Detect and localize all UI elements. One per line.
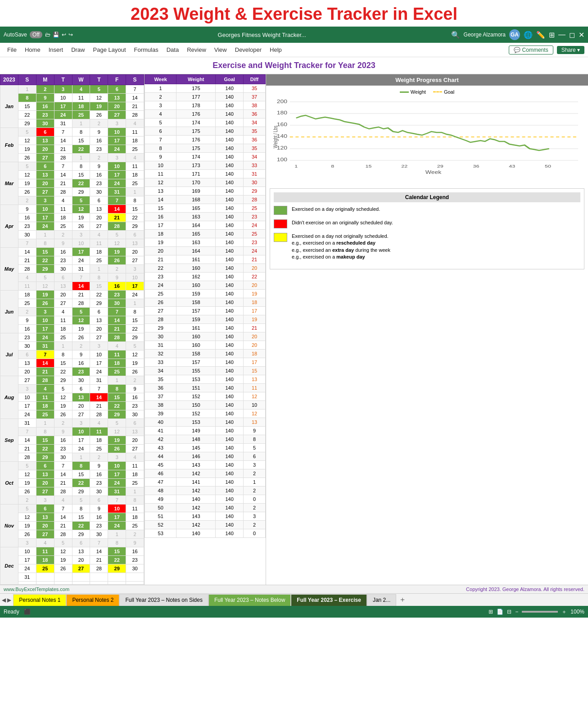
legend-green-box (274, 206, 287, 215)
menu-draw[interactable]: Draw (68, 45, 88, 55)
col-weight: Weight (176, 75, 216, 84)
folder-icon[interactable]: 🗁 (45, 32, 50, 38)
legend-goal-line (433, 91, 442, 92)
menu-file[interactable]: File (4, 45, 20, 55)
restore-icon[interactable]: ◻ (569, 31, 575, 39)
menu-data[interactable]: Data (163, 45, 182, 55)
share-button[interactable]: Share ▾ (557, 46, 584, 54)
legend-weight: Weight (400, 89, 426, 95)
menu-review[interactable]: Review (183, 45, 210, 55)
excel-toolbar: AutoSave Off 🗁 💾 ↩ ↪ Georges Fitness Wei… (0, 27, 588, 43)
legend-green-row: Exercised on a day originally scheduled. (274, 206, 580, 215)
layout-icon[interactable]: ⊞ (549, 31, 555, 39)
day-S2: S (126, 75, 144, 85)
month-dec: Dec (0, 547, 18, 585)
weekly-row: 717614036 (145, 136, 266, 144)
menu-bar: File Home Insert Draw Page Layout Formul… (0, 43, 588, 57)
svg-text:8: 8 (331, 164, 334, 168)
weekly-row: 3116014020 (145, 341, 266, 350)
weekly-row: 411491409 (145, 427, 266, 435)
chart-section: Weight Progress Chart Weight Goal 200 18… (266, 74, 588, 585)
search-icon[interactable]: 🔍 (451, 31, 460, 39)
svg-text:Week: Week (425, 170, 442, 175)
minimize-icon[interactable]: — (558, 31, 565, 39)
weekly-row: 511431403 (145, 512, 266, 521)
weekly-row: 1616314023 (145, 213, 266, 221)
undo-icon[interactable]: ↩ (62, 32, 66, 38)
month-jun: Jun (0, 291, 18, 333)
grid-view-icon[interactable]: ⊞ (488, 609, 493, 615)
day-S1: S (18, 75, 36, 85)
menu-home[interactable]: Home (21, 45, 44, 55)
year-header: 2023 (0, 75, 18, 85)
month-nov: Nov (0, 505, 18, 547)
edit-icon[interactable]: ✏️ (536, 31, 545, 39)
menu-right-actions: 💬 Comments Share ▾ (509, 45, 584, 55)
weekly-row: 481421402 (145, 487, 266, 495)
comments-button[interactable]: 💬 Comments (509, 45, 553, 55)
svg-text:200: 200 (277, 99, 288, 105)
svg-text:36: 36 (473, 164, 479, 168)
file-name: Georges Fitness Weight Tracker... (76, 32, 448, 38)
weekly-row: 2316214022 (145, 273, 266, 281)
tab-personal-notes-2[interactable]: Personal Notes 2 (66, 594, 119, 606)
weekly-row: 431451405 (145, 444, 266, 452)
zoom-slider[interactable] (522, 611, 558, 613)
tab-full-year-notes-sides[interactable]: Full Year 2023 – Notes on Sides (119, 594, 208, 606)
redo-icon[interactable]: ↪ (68, 32, 73, 38)
weekly-row: 3215814018 (145, 350, 266, 358)
calendar-section: 2023 S M T W T F S Jan1234567 8910111213… (0, 74, 144, 585)
tab-full-year-exercise[interactable]: Full Year 2023 – Exercise (291, 594, 367, 606)
day-W: W (72, 75, 90, 85)
close-icon[interactable]: ✕ (579, 31, 584, 39)
zoom-level: 100% (570, 609, 584, 615)
menu-help[interactable]: Help (266, 45, 285, 55)
legend-yellow-row: Exercised on a day not originally schedu… (274, 233, 580, 261)
tab-full-year-notes-below[interactable]: Full Year 2023 – Notes Below (208, 594, 291, 606)
svg-text:180: 180 (277, 110, 288, 116)
svg-text:43: 43 (509, 164, 515, 168)
tab-jan[interactable]: Jan 2... (367, 594, 396, 606)
weekly-row: 317814038 (145, 101, 266, 110)
weekly-table: Week Weight Goal Diff 117514035217714037… (145, 74, 266, 538)
weekly-row: 491401400 (145, 495, 266, 504)
weekly-row: 501421402 (145, 504, 266, 512)
weekly-row: 917414034 (145, 153, 266, 161)
month-oct: Oct (0, 462, 18, 505)
weekly-row: 2515914019 (145, 290, 266, 298)
zoom-in-icon[interactable]: ＋ (561, 608, 567, 616)
weekly-row: 521421402 (145, 521, 266, 529)
month-jul: Jul (0, 333, 18, 376)
tab-personal-notes-1[interactable]: Personal Notes 1 (13, 594, 66, 606)
weekly-row: 3715214012 (145, 392, 266, 401)
page-break-icon[interactable]: ⊟ (507, 609, 511, 615)
calendar-table: 2023 S M T W T F S Jan1234567 8910111213… (0, 74, 144, 585)
status-bar: Ready ⬛ ⊞ 📄 ⊟ − ＋ 100% (0, 606, 588, 618)
menu-page-layout[interactable]: Page Layout (90, 45, 130, 55)
weekly-row: 451431403 (145, 461, 266, 469)
menu-view[interactable]: View (211, 45, 231, 55)
menu-insert[interactable]: Insert (45, 45, 67, 55)
page-layout-icon[interactable]: 📄 (497, 609, 503, 615)
menu-formulas[interactable]: Formulas (131, 45, 162, 55)
day-F: F (108, 75, 126, 85)
month-feb: Feb (0, 128, 18, 162)
svg-text:15: 15 (365, 164, 371, 168)
svg-text:100: 100 (277, 157, 288, 163)
weekly-row: 3615114011 (145, 384, 266, 392)
weekly-row: 3415514015 (145, 367, 266, 375)
tab-nav-arrows[interactable]: ◀ ▶ (0, 597, 13, 603)
weekly-row: 4015314013 (145, 418, 266, 427)
legend-yellow-box (274, 233, 287, 242)
content-area: 2023 S M T W T F S Jan1234567 8910111213… (0, 74, 588, 585)
month-jan: Jan (0, 85, 18, 128)
weekly-row: 3915214012 (145, 409, 266, 418)
add-sheet-button[interactable]: ＋ (396, 595, 409, 605)
weekly-row: 1316914029 (145, 187, 266, 196)
save-icon[interactable]: 💾 (53, 32, 59, 38)
col-diff: Diff (244, 75, 266, 84)
autosave-toggle[interactable]: Off (30, 31, 42, 38)
menu-developer[interactable]: Developer (231, 45, 265, 55)
zoom-out-icon[interactable]: − (515, 609, 518, 615)
globe-icon[interactable]: 🌐 (524, 31, 533, 39)
